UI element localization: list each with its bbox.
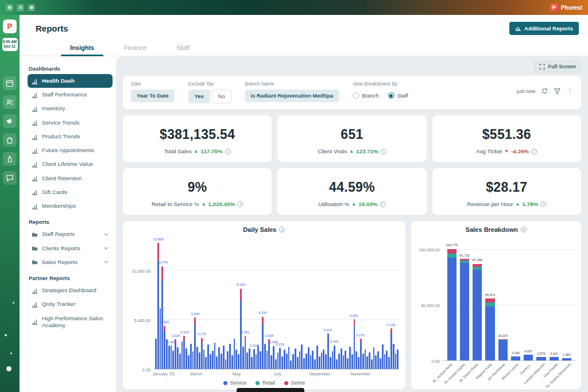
product-bottle-icon: [6, 155, 14, 163]
nav-item-gift-cards[interactable]: Gift Cards: [28, 185, 113, 199]
kpi-card-client-visits: 651 Client Visits ▲ 123.71% i: [277, 115, 426, 162]
kpi-card-avg-ticket: $551.36 Avg Ticket ▼ -4.26% i: [432, 115, 581, 162]
kebab-menu-icon[interactable]: ⋮: [567, 88, 573, 94]
date-filter-value[interactable]: Year To Date: [131, 90, 175, 102]
page-title: Reports: [36, 24, 68, 33]
topbar-app-icon-3[interactable]: [28, 4, 35, 11]
trend-up-icon: ▲: [351, 201, 356, 207]
kpi-label: Avg Ticket: [476, 148, 502, 154]
sparkle-dot: [10, 352, 12, 354]
kpi-value: 44.59%: [282, 180, 421, 195]
daily-sales-bars: [155, 236, 399, 369]
tab-finance[interactable]: Finance: [109, 40, 161, 56]
trend-up-icon: ▲: [194, 149, 199, 154]
topbar-app-icon-2[interactable]: [17, 4, 24, 11]
info-icon[interactable]: i: [540, 201, 546, 207]
nav-item-clients-reports[interactable]: Clients Reports: [28, 242, 113, 255]
sparkle-dot: [6, 366, 11, 371]
kpi-change: 1.78%: [522, 201, 538, 207]
exclude-tax-no[interactable]: No: [212, 90, 231, 103]
nav-item-inventory[interactable]: Inventory: [28, 102, 113, 115]
app-shell: P 6:09 AM Dec 11: [0, 15, 588, 392]
legend-item-service: Service: [223, 380, 246, 386]
sidebar-marketing-button[interactable]: [3, 114, 17, 128]
primary-sidebar: P 6:09 AM Dec 11: [0, 15, 20, 392]
nav-item-product-trends[interactable]: Product Trends: [28, 130, 113, 143]
info-icon[interactable]: i: [279, 227, 285, 232]
top-bar: P Phorest: [0, 0, 588, 15]
kpi-value: $381,135.54: [127, 127, 267, 142]
nav-item-high-performance-salon-academy[interactable]: High Performance Salon Academy: [28, 312, 113, 332]
info-icon[interactable]: i: [521, 227, 527, 232]
filter-funnel-icon[interactable]: [554, 88, 560, 94]
chart-icon: [32, 175, 38, 181]
nav-item-staff-reports[interactable]: Staff Reports: [28, 227, 113, 241]
nav-item-memberships[interactable]: Memberships: [28, 199, 113, 213]
exclude-tax-yes[interactable]: Yes: [188, 90, 210, 103]
nav-item-client-retention[interactable]: Client Retention: [28, 172, 113, 185]
branch-filter-value[interactable]: is Radiant Rejuvenation MedSpa: [245, 90, 339, 102]
nav-section-partner-reports: Partner Reports: [29, 275, 111, 281]
additional-reports-button[interactable]: Additional Reports: [509, 22, 579, 35]
nav-item-strategies-dashboard[interactable]: Strategies Dashboard: [28, 284, 113, 297]
app-window: P Phorest P 6:09 AM Dec 11: [0, 0, 588, 392]
folder-icon: [32, 259, 38, 265]
nav-item-service-trends[interactable]: Service Trends: [28, 116, 113, 130]
chart-icon: [32, 78, 38, 84]
chevron-down-icon: [104, 247, 109, 250]
info-icon[interactable]: i: [225, 149, 231, 154]
kpi-card-retail-to-service: 9% Retail to Service % ▲ 1,020.40% i: [123, 168, 272, 215]
phorest-brand: P Phorest: [550, 3, 582, 11]
chat-dock[interactable]: [237, 388, 304, 392]
chat-icon: [6, 174, 14, 182]
info-icon[interactable]: i: [531, 149, 537, 154]
nav-item-client-lifetime-value[interactable]: Client Lifetime Value: [28, 157, 113, 171]
phorest-sidebar-logo[interactable]: P: [3, 20, 17, 33]
chart-icon: [32, 203, 38, 209]
clock-time: 6:09 AM: [3, 40, 17, 44]
topbar-app-icon-1[interactable]: [6, 4, 13, 11]
nav-item-qnity-tracker[interactable]: Qnity Tracker: [28, 297, 113, 311]
info-icon[interactable]: i: [237, 201, 243, 207]
nav-item-health-dash[interactable]: Health Dash: [28, 74, 113, 88]
trend-up-icon: ▲: [349, 149, 354, 154]
sidebar-purchases-button[interactable]: [3, 133, 17, 147]
sparkle-dot: [5, 334, 7, 336]
phorest-logo-icon: P: [550, 3, 558, 11]
sidebar-products-button[interactable]: [3, 152, 17, 166]
chart-icon: [32, 189, 38, 195]
tab-insights[interactable]: Insights: [55, 40, 109, 56]
radio-icon: [388, 92, 394, 99]
charts-row: Daily Sales i 0.005,000.0010,000.00 12,8…: [123, 221, 581, 390]
breakdown-radio-staff[interactable]: Staff: [388, 92, 408, 99]
trend-up-icon: ▲: [516, 201, 520, 207]
nav-item-staff-performance[interactable]: Staff Performance: [28, 88, 113, 102]
legend-item-retail: Retail: [256, 380, 275, 386]
sales-breakdown-bars: 100,77991,73287,28555,87419,2373,3904,93…: [446, 236, 573, 360]
info-icon[interactable]: i: [380, 201, 386, 207]
nav-item-future-appointments[interactable]: Future Appointments: [28, 143, 113, 157]
last-refreshed: just now: [517, 88, 535, 94]
sidebar-chat-button[interactable]: [3, 171, 17, 185]
legend-dot: [223, 381, 227, 385]
refresh-icon[interactable]: [541, 88, 548, 94]
clock-widget: 6:09 AM Dec 11: [2, 38, 18, 51]
kpi-card-utilisation: 44.59% Utilisation % ▲ 19.03% i: [277, 168, 426, 215]
breakdown-radio-branch[interactable]: Branch: [353, 92, 378, 99]
nav-item-sales-reports[interactable]: Sales Reports: [28, 255, 113, 269]
filter-bar: Date Year To Date Exclude Tax Yes No Bra…: [123, 76, 581, 110]
chevron-down-icon: [104, 233, 109, 236]
chevron-down-icon: [104, 261, 109, 263]
kpi-card-revenue-per-hour: $28.17 Revenue per Hour ▲ 1.78% i: [432, 168, 581, 215]
sidebar-clients-button[interactable]: [3, 95, 17, 109]
trend-down-icon: ▼: [504, 149, 509, 154]
kpi-value: 9%: [127, 180, 267, 195]
info-icon[interactable]: i: [381, 149, 386, 154]
kpi-change: 123.71%: [356, 148, 378, 154]
tab-staff[interactable]: Staff: [161, 40, 204, 56]
sidebar-appointments-button[interactable]: [3, 76, 17, 90]
folder-icon: [32, 245, 38, 251]
exclude-tax-filter: Exclude Tax Yes No: [188, 81, 231, 103]
full-screen-button[interactable]: Full Screen: [534, 61, 581, 72]
chart-icon: [32, 106, 38, 112]
